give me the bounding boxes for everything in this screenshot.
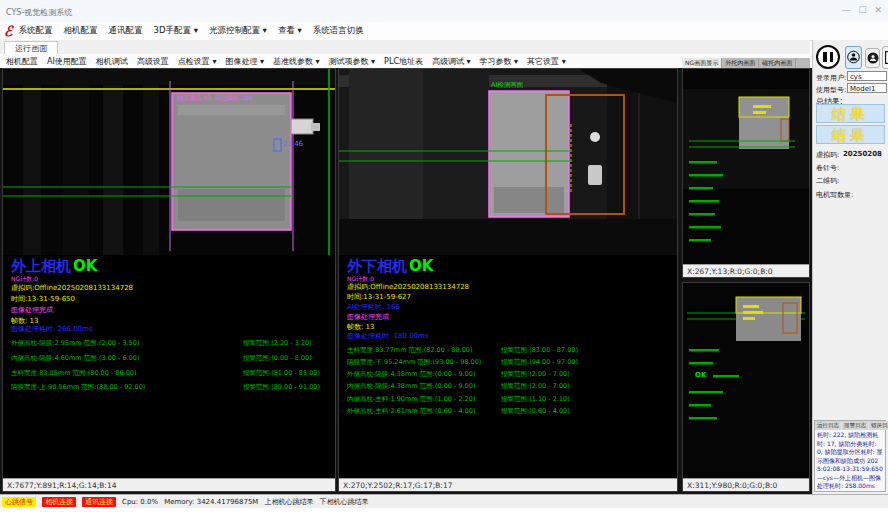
- user-dark-icon: [867, 52, 879, 64]
- log-text: 耗时: 222, 缺陷检测耗时: 17, 缺陷分类耗时: 0, 缺陷提取分区耗时…: [815, 430, 885, 492]
- tab-run-screen[interactable]: 运行画面: [4, 41, 58, 55]
- menu-3d-config[interactable]: 3D手配置 ▾: [153, 25, 197, 37]
- measurement-row: 外侧高枕-隔膜:2.95mm 范围:(2.00 - 3.50)报警范围:(2.2…: [11, 339, 139, 348]
- tool-baseline-params[interactable]: 基准线参数 ▾: [273, 56, 320, 67]
- menu-camera-config[interactable]: 相机配置: [63, 25, 97, 37]
- side-camera-panel-1: X:267;Y:13;R:0;G:0;B:0: [682, 68, 810, 278]
- camera-result-title: 外下相机OK: [347, 257, 433, 276]
- tool-advanced-debug[interactable]: 高级调试 ▾: [432, 56, 471, 67]
- camera-result-title: 外上相机OK: [11, 257, 97, 276]
- mid-camera-image: [339, 69, 677, 255]
- measurement-row: 内侧高枕-隔膜:4.60mm 范围:(3.00 - 6.00)报警范围:(0.0…: [11, 354, 139, 363]
- tool-other-settings[interactable]: 其它设置 ▾: [527, 56, 566, 67]
- ok-status: OK: [73, 257, 97, 275]
- exit-button[interactable]: [882, 46, 888, 69]
- measurement-row: 内侧高枕-主料:1.90mm 范围:(1.00 - 2.20)报警范围:(1.1…: [347, 395, 475, 404]
- log-tab-alarm[interactable]: 报警日志: [842, 421, 868, 430]
- tool-plc-address[interactable]: PLC地址表: [384, 56, 423, 67]
- result-box-lower: 结果: [816, 125, 885, 144]
- ai-time-line: AI处理耗时: 166: [347, 302, 400, 312]
- status-bar: 心跳信号 相机连接 通讯连接 Cpu: 0.0% Memory: 3424.41…: [0, 494, 888, 508]
- menu-view[interactable]: 查看 ▾: [278, 25, 302, 37]
- qr-code-label: 二维码:: [816, 176, 839, 186]
- switch-user-button[interactable]: [865, 48, 880, 68]
- side2-ok-label: OK: [695, 371, 706, 379]
- measurement-row: 内侧高枕-隔膜:4.38mm 范围:(0.00 - 9.00)报警范围:(2.0…: [347, 382, 475, 391]
- left-camera-image: [3, 69, 335, 255]
- tool-camera-config[interactable]: 相机配置: [6, 56, 38, 67]
- process-time-line: 图像处理耗时: 266.00ms: [11, 324, 93, 334]
- tool-advanced-settings[interactable]: 高级设置: [137, 56, 169, 67]
- side-camera-image-2: [683, 283, 809, 479]
- tab-outer-view[interactable]: 外托内画面: [722, 58, 759, 68]
- measurement-row: 隔膜宽度-上:90.56mm 范围:(88.00 - 92.00)报警范围:(8…: [11, 383, 145, 392]
- pause-button[interactable]: [816, 45, 840, 69]
- log-tab-run[interactable]: 运行日志: [815, 421, 841, 430]
- login-user-button[interactable]: [845, 46, 862, 69]
- left-cursor-status: X:7677;Y:891;R:14;G:14;B:14: [3, 478, 335, 491]
- tool-image-processing[interactable]: 图像处理 ▾: [225, 56, 264, 67]
- user-icon: [847, 50, 860, 65]
- exit-door-icon: [884, 50, 888, 65]
- log-tabs: 运行日志 报警日志 错误日志: [815, 421, 885, 430]
- measurement-row: 主料宽度:83.05mm 范围:(80.00 - 86.00)报警范围:(81.…: [11, 369, 136, 378]
- menu-comm-config[interactable]: 通讯配置: [108, 25, 142, 37]
- window-title: CYS-视觉检测系统: [6, 7, 72, 18]
- bottom-margin: [0, 508, 888, 522]
- ai-view-overlay-label: AI检测画面: [491, 81, 523, 90]
- pin-number-label: 卷针号:: [816, 163, 839, 173]
- comm-connection-indicator: 通讯连接: [82, 497, 116, 507]
- time-line: 时间:13-31-59-650: [11, 294, 75, 304]
- maximize-button[interactable]: ☐: [858, 5, 866, 15]
- log-panel: 运行日志 报警日志 错误日志 耗时: 222, 缺陷检测耗时: 17, 缺陷分类…: [814, 420, 886, 492]
- memory-usage: Memory: 3424.41796875M: [164, 498, 258, 506]
- tool-ai-config[interactable]: AI使用配置: [47, 56, 87, 67]
- mid-camera-panel: AI检测画面 外下相机OK NG计数:0 虚拟码:Offline20250208…: [338, 68, 678, 492]
- model-label: 使用型号:: [816, 85, 846, 95]
- lower-camera-heartbeat: 下相机心跳结果: [319, 497, 368, 507]
- cpu-usage: Cpu: 0.0%: [122, 498, 158, 506]
- side1-cursor-status: X:267;Y:13;R:0;G:0;B:0: [683, 264, 809, 277]
- left-camera-panel: 静态阈值:93, 动态阈值:100 23.46 外上相机OK NG计数:0 虚拟…: [2, 68, 336, 492]
- barcode-line: 虚拟码:Offline20250208133134728: [347, 282, 469, 292]
- tool-test-params[interactable]: 测试项参数 ▾: [329, 56, 376, 67]
- virtual-code-value: 20250208: [843, 150, 882, 158]
- threshold-overlay-text: 静态阈值:93, 动态阈值:100: [177, 94, 252, 103]
- menu-system-config[interactable]: 系统配置: [18, 25, 52, 37]
- log-tab-error[interactable]: 错误日志: [869, 421, 888, 430]
- motor-write-count-label: 电机写数量:: [816, 190, 853, 200]
- mid-cursor-status: X:270;Y:2502;R:17;G:17;B:17: [339, 478, 677, 491]
- time-line: 时间:13-31-59-627: [347, 292, 411, 302]
- login-user-field[interactable]: cys: [847, 71, 887, 81]
- side-camera-image-1: [683, 69, 809, 265]
- measurement-row: 主料宽度:83.77mm 范围:(82.00 - 88.00)报警范围:(83.…: [347, 346, 472, 355]
- minimize-button[interactable]: —: [841, 5, 850, 15]
- menu-light-config[interactable]: 光源控制配置 ▾: [209, 25, 267, 37]
- menu-language-switch[interactable]: 系统语言切换: [313, 25, 364, 37]
- tool-learning-params[interactable]: 学习参数 ▾: [480, 56, 519, 67]
- side-camera-panel-2: OK X:311;Y:980;R:0;G:0;B:0: [682, 282, 810, 492]
- side-view-tabs: NG画面显示 外托内画面 磁托内画面: [682, 58, 810, 68]
- login-user-label: 登录用户:: [816, 73, 846, 83]
- model-field[interactable]: Model1: [847, 83, 887, 93]
- side2-cursor-status: X:311;Y:980;R:0;G:0;B:0: [683, 478, 809, 491]
- virtual-code-label: 虚拟码:: [816, 150, 839, 160]
- barcode-line: 虚拟码:Offline20250208133134728: [11, 283, 133, 293]
- tab-ng-view[interactable]: NG画面显示: [682, 58, 722, 68]
- process-time-line: 图像处理耗时: 180.00ms: [347, 331, 429, 341]
- measure-value-overlay: 23.46: [283, 140, 303, 148]
- app-window: CYS-视觉检测系统 — ☐ ✕ ℰ 系统配置 相机配置 通讯配置 3D手配置 …: [0, 0, 888, 522]
- process-done-line: 图像处理完成: [347, 312, 389, 322]
- ok-status: OK: [409, 257, 433, 275]
- measurement-row: 隔膜宽度-下:95.24mm 范围:(93.00 - 98.00)报警范围:(9…: [347, 358, 481, 367]
- result-box-upper: 结果: [816, 104, 885, 123]
- tool-camera-debug[interactable]: 相机调试: [96, 56, 128, 67]
- tool-spot-check[interactable]: 点检设置 ▾: [178, 56, 217, 67]
- tab-mag-view[interactable]: 磁托内画面: [759, 58, 796, 68]
- menu-bar: ℰ 系统配置 相机配置 通讯配置 3D手配置 ▾ 光源控制配置 ▾ 查看 ▾ 系…: [0, 22, 888, 41]
- camera-connection-indicator: 相机连接: [42, 497, 76, 507]
- close-button[interactable]: ✕: [874, 5, 882, 15]
- measurement-row: 外侧高枕-隔膜:4.38mm 范围:(0.00 - 9.00)报警范围:(2.0…: [347, 370, 475, 379]
- heartbeat-indicator: 心跳信号: [2, 497, 36, 507]
- app-logo-icon: ℰ: [4, 24, 12, 38]
